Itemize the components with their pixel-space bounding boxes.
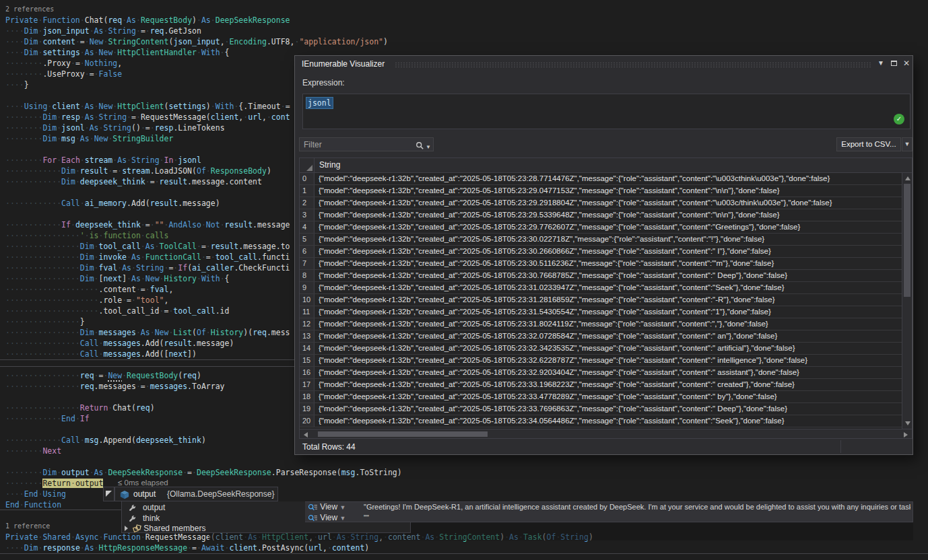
expand-triangle-icon — [106, 491, 112, 497]
table-row[interactable]: 16{"model":"deepseek-r1:32b","created_at… — [300, 367, 912, 379]
row-number[interactable]: 17 — [300, 379, 314, 390]
table-row[interactable]: 0{"model":"deepseek-r1:32b","created_at"… — [300, 173, 912, 185]
close-icon[interactable]: ✕ — [901, 58, 912, 69]
table-row[interactable]: 8{"model":"deepseek-r1:32b","created_at"… — [300, 270, 912, 282]
scroll-left-icon[interactable] — [304, 432, 308, 438]
row-string-value[interactable]: {"model":"deepseek-r1:32b","created_at":… — [319, 246, 901, 257]
row-number[interactable]: 18 — [300, 391, 314, 403]
vertical-scrollbar[interactable] — [902, 173, 912, 429]
table-row[interactable]: 14{"model":"deepseek-r1:32b","created_at… — [300, 343, 912, 355]
table-row[interactable]: 18{"model":"deepseek-r1:32b","created_at… — [300, 391, 912, 403]
row-string-value[interactable]: {"model":"deepseek-r1:32b","created_at":… — [319, 209, 901, 221]
row-string-value[interactable]: {"model":"deepseek-r1:32b","created_at":… — [319, 403, 901, 415]
table-row[interactable]: 15{"model":"deepseek-r1:32b","created_at… — [300, 355, 912, 367]
filter-input[interactable] — [300, 138, 410, 151]
chevron-down-icon[interactable]: ▼ — [339, 504, 345, 511]
row-string-value[interactable]: {"model":"deepseek-r1:32b","created_at":… — [319, 343, 901, 354]
row-number[interactable]: 13 — [300, 330, 314, 342]
code-line: ········Return·output — [5, 478, 593, 489]
table-row[interactable]: 12{"model":"deepseek-r1:32b","created_at… — [300, 318, 912, 330]
row-string-value[interactable]: {"model":"deepseek-r1:32b","created_at":… — [319, 318, 901, 330]
row-string-value[interactable]: {"model":"deepseek-r1:32b","created_at":… — [319, 391, 901, 403]
row-number[interactable]: 9 — [300, 282, 314, 293]
row-number[interactable]: 6 — [300, 246, 314, 257]
column-header-string[interactable]: String — [319, 160, 340, 170]
shared-members-row[interactable]: Shared members — [125, 524, 205, 533]
codelens-references[interactable]: 2 references — [5, 4, 593, 15]
row-number[interactable]: 16 — [300, 367, 314, 378]
scroll-right-icon[interactable] — [904, 432, 908, 438]
table-row[interactable]: 1{"model":"deepseek-r1:32b","created_at"… — [300, 185, 912, 197]
row-number[interactable]: 3 — [300, 209, 314, 221]
row-string-value[interactable]: {"model":"deepseek-r1:32b","created_at":… — [319, 234, 901, 245]
row-string-value[interactable]: {"model":"deepseek-r1:32b","created_at":… — [319, 221, 901, 233]
dialog-drag-texture[interactable] — [395, 62, 871, 68]
dialog-title: IEnumerable Visualizer — [302, 59, 385, 69]
export-csv-button[interactable]: Export to CSV... — [836, 137, 901, 151]
row-string-value[interactable]: {"model":"deepseek-r1:32b","created_at":… — [319, 270, 901, 281]
chevron-down-icon[interactable]: ▼ — [875, 58, 886, 69]
row-string-value[interactable]: {"model":"deepseek-r1:32b","created_at":… — [319, 173, 901, 184]
row-string-value[interactable]: {"model":"deepseek-r1:32b","created_at":… — [319, 185, 901, 197]
row-number[interactable]: 2 — [300, 197, 314, 209]
export-dropdown-icon[interactable]: ▼ — [902, 137, 913, 151]
table-row[interactable]: 13{"model":"deepseek-r1:32b","created_at… — [300, 330, 912, 343]
search-icon[interactable]: ▼ — [416, 139, 431, 151]
row-string-value[interactable]: {"model":"deepseek-r1:32b","created_at":… — [319, 367, 901, 378]
datatip-root-row[interactable]: output {Ollama.DeepSeekResponse} — [114, 487, 278, 501]
row-number[interactable]: 0 — [300, 173, 314, 184]
ide-screen: 2 referencesPrivate·Function·Chat(req·As… — [0, 0, 928, 560]
row-string-value[interactable]: {"model":"deepseek-r1:32b","created_at":… — [319, 355, 901, 366]
row-string-value[interactable]: {"model":"deepseek-r1:32b","created_at":… — [319, 306, 901, 318]
table-row[interactable]: 19{"model":"deepseek-r1:32b","created_at… — [300, 403, 912, 415]
table-row[interactable]: 9{"model":"deepseek-r1:32b","created_at"… — [300, 282, 912, 294]
shared-members-icon — [132, 524, 141, 533]
row-number[interactable]: 15 — [300, 355, 314, 366]
table-row[interactable]: 20{"model":"deepseek-r1:32b","created_at… — [300, 415, 912, 427]
expression-input[interactable]: jsonl ✓ — [302, 94, 910, 129]
horizontal-scrollbar[interactable] — [300, 429, 912, 438]
row-string-value[interactable]: {"model":"deepseek-r1:32b","created_at":… — [319, 197, 901, 209]
select-all-corner[interactable] — [300, 158, 314, 172]
row-number[interactable]: 19 — [300, 403, 314, 415]
scroll-down-icon[interactable] — [905, 421, 910, 425]
view-button[interactable]: View ▼ — [308, 502, 345, 512]
datatip-expander[interactable] — [103, 487, 114, 501]
row-string-value[interactable]: {"model":"deepseek-r1:32b","created_at":… — [319, 415, 901, 427]
vertical-scroll-thumb[interactable] — [904, 184, 910, 297]
row-number[interactable]: 4 — [300, 221, 314, 233]
row-string-value[interactable]: {"model":"deepseek-r1:32b","created_at":… — [319, 330, 901, 342]
row-number[interactable]: 14 — [300, 343, 314, 354]
table-row[interactable]: 3{"model":"deepseek-r1:32b","created_at"… — [300, 209, 912, 221]
row-number[interactable]: 5 — [300, 234, 314, 245]
table-row[interactable]: 10{"model":"deepseek-r1:32b","created_at… — [300, 294, 912, 306]
horizontal-scroll-thumb[interactable] — [318, 431, 488, 437]
row-number[interactable]: 20 — [300, 415, 314, 427]
table-row[interactable]: 2{"model":"deepseek-r1:32b","created_at"… — [300, 197, 912, 209]
row-string-value[interactable]: {"model":"deepseek-r1:32b","created_at":… — [319, 258, 901, 269]
table-row[interactable]: 17{"model":"deepseek-r1:32b","created_at… — [300, 379, 912, 391]
maximize-icon[interactable] — [888, 58, 899, 69]
expression-value[interactable]: jsonl — [306, 98, 333, 108]
row-number[interactable]: 8 — [300, 270, 314, 281]
view-button[interactable]: View ▼ — [308, 513, 345, 522]
row-number[interactable]: 1 — [300, 185, 314, 197]
scroll-up-icon[interactable] — [905, 176, 910, 180]
table-row[interactable]: 4{"model":"deepseek-r1:32b","created_at"… — [300, 221, 912, 234]
row-number[interactable]: 10 — [300, 294, 314, 306]
table-row[interactable]: 5{"model":"deepseek-r1:32b","created_at"… — [300, 234, 912, 246]
table-row[interactable]: 11{"model":"deepseek-r1:32b","created_at… — [300, 306, 912, 318]
row-number[interactable]: 11 — [300, 306, 314, 318]
table-row[interactable]: 6{"model":"deepseek-r1:32b","created_at"… — [300, 246, 912, 258]
chevron-down-icon[interactable]: ▼ — [339, 515, 345, 522]
table-row[interactable]: 7{"model":"deepseek-r1:32b","created_at"… — [300, 258, 912, 270]
expand-right-icon[interactable] — [125, 526, 128, 531]
row-string-value[interactable]: {"model":"deepseek-r1:32b","created_at":… — [319, 379, 901, 390]
chevron-down-icon[interactable]: ▼ — [424, 144, 431, 150]
row-string-value[interactable]: {"model":"deepseek-r1:32b","created_at":… — [319, 282, 901, 293]
table-header[interactable]: String — [300, 158, 912, 173]
row-string-value[interactable]: {"model":"deepseek-r1:32b","created_at":… — [319, 294, 901, 306]
datatip-value-output: "Greetings! I'm DeepSeek-R1, an artifici… — [364, 503, 910, 511]
row-number[interactable]: 7 — [300, 258, 314, 269]
row-number[interactable]: 12 — [300, 318, 314, 330]
